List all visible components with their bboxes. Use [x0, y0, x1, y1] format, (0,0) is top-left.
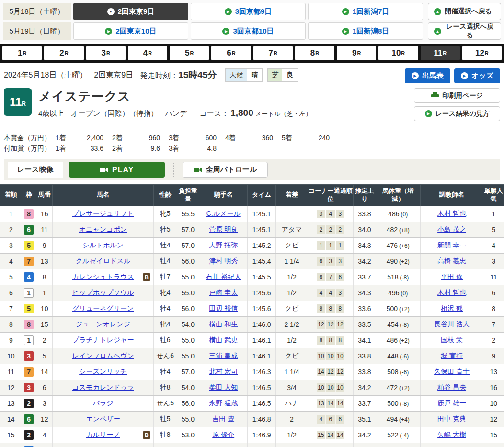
trainer-link[interactable]: 鹿戸 雄一: [437, 399, 466, 407]
venue-button-kyoto10[interactable]: ▶ 3回京都10日: [191, 22, 306, 40]
trainer-cell: 長谷川 浩大: [420, 316, 483, 332]
horse-number-cell: 8: [36, 269, 52, 285]
venue-button-niigata7[interactable]: ▶ 1回新潟7日: [308, 3, 423, 20]
trainer-link[interactable]: 矢嶋 大樹: [437, 431, 466, 438]
horse-name-link[interactable]: クルゼイロドスル: [76, 257, 131, 265]
play-video-button[interactable]: PLAY: [69, 162, 165, 178]
horse-name-link[interactable]: ヒップホップソウル: [72, 289, 134, 296]
frame-cell: 8: [22, 316, 36, 332]
jockey-link[interactable]: 石川 裕紀人: [206, 273, 241, 280]
jockey-link[interactable]: 柴田 大知: [209, 383, 238, 391]
trainer-link[interactable]: 木村 哲也: [437, 210, 466, 217]
horse-name-link[interactable]: グリューネグリーン: [72, 304, 134, 312]
horse-name-link[interactable]: ジューンオレンジ: [76, 320, 130, 328]
corner-position: 15: [317, 431, 325, 439]
race-tab-4r[interactable]: 4R: [128, 46, 167, 60]
race-tab-6r[interactable]: 6R: [211, 46, 251, 60]
trainer-link[interactable]: 小島 茂之: [437, 225, 466, 233]
finish-position-cell: 10: [0, 348, 22, 364]
race-tab-3r[interactable]: 3R: [86, 46, 126, 60]
horse-number-cell: 1: [36, 285, 52, 301]
frame-badge: 3: [24, 383, 34, 392]
race-tab-12r[interactable]: 12R: [462, 46, 502, 60]
horse-name-link[interactable]: カレンシュトラウス: [72, 273, 134, 280]
time-cell: 1:46.1: [248, 332, 276, 348]
venue-button-kyoto9[interactable]: ▶ 3回京都9日: [191, 3, 306, 20]
patrol-video-button[interactable]: 全周パトロール: [183, 162, 268, 178]
horse-name-link[interactable]: オニャンコポン: [79, 225, 127, 233]
jockey-cell: 菅原 明良: [199, 222, 248, 237]
entries-button[interactable]: ▶ 出馬表: [405, 68, 450, 83]
trainer-link[interactable]: 堀 宣行: [441, 352, 463, 359]
trainer-link[interactable]: 田中 克典: [437, 415, 466, 423]
jockey-link[interactable]: 津村 明秀: [209, 257, 238, 265]
body-weight-cell: 486(+2): [376, 332, 420, 348]
back-to-meeting-select-button[interactable]: ▲ 開催選択へ戻る: [428, 3, 501, 20]
trainer-link[interactable]: 相沢 郁: [441, 304, 463, 312]
trainer-link[interactable]: 平田 修: [441, 273, 463, 280]
finish-position-cell: 2: [0, 222, 22, 237]
venue-button-tokyo9[interactable]: ▼ 2回東京9日: [73, 3, 188, 20]
corner-position: 8: [326, 304, 335, 313]
print-page-button[interactable]: 印刷用ページ: [414, 88, 500, 103]
horse-name-link[interactable]: レインフロムヘヴン: [72, 352, 134, 359]
jockey-link[interactable]: 原 優介: [212, 431, 234, 438]
race-tab-7r[interactable]: 7R: [253, 46, 293, 60]
horse-name-link[interactable]: シーズンリッチ: [79, 368, 127, 375]
jockey-link[interactable]: 横山 武史: [209, 336, 238, 344]
horse-name-link[interactable]: プレサージュリフト: [72, 210, 134, 217]
jockey-link[interactable]: 三浦 皇成: [209, 352, 238, 359]
jockey-link[interactable]: 菅原 明良: [209, 225, 238, 233]
body-weight-cell: 518(-8): [376, 269, 420, 285]
race-tab-10r[interactable]: 10R: [378, 46, 418, 60]
time-cell: 1:46.0: [248, 316, 276, 332]
horse-name-link[interactable]: エンペザー: [86, 415, 120, 423]
blinker-badge: B: [143, 431, 150, 439]
jockey-link[interactable]: 大野 拓弥: [209, 241, 238, 249]
race-tab-5r[interactable]: 5R: [170, 46, 209, 60]
horse-name-link[interactable]: バラジ: [93, 399, 114, 407]
jockey-link[interactable]: 戸崎 圭太: [209, 289, 238, 296]
frame-cell: 8: [22, 206, 36, 222]
jockey-link[interactable]: 永野 猛蔵: [209, 399, 238, 407]
trainer-link[interactable]: 木村 哲也: [437, 289, 466, 296]
race-tab-11r[interactable]: 11R: [421, 46, 460, 60]
corner-position: 3: [336, 210, 344, 218]
horse-name-link[interactable]: カルリーノ: [86, 431, 120, 438]
trainer-link[interactable]: 新開 幸一: [437, 241, 466, 249]
trainer-link[interactable]: 久保田 貴士: [434, 368, 470, 375]
corner-position: 1: [317, 241, 325, 250]
trainer-link[interactable]: 高橋 義忠: [437, 257, 466, 265]
prize-pair: 2着9.6: [112, 145, 169, 153]
race-tab-number: 12: [475, 48, 484, 58]
race-tab-1r[interactable]: 1R: [2, 46, 42, 60]
body-weight-cell: 500(-8): [376, 395, 420, 411]
video-camera-icon: [194, 167, 202, 173]
trainer-link[interactable]: 粕谷 昌央: [437, 383, 466, 391]
frame-badge: 3: [24, 351, 34, 361]
jockey-link[interactable]: C.ルメール: [206, 210, 241, 217]
odds-button[interactable]: ▶ オッズ: [454, 68, 500, 83]
horse-number-cell: 5: [36, 348, 52, 364]
corner-position: 6: [317, 273, 325, 281]
jockey-link[interactable]: 北村 宏司: [209, 368, 238, 375]
back-to-race-select-button[interactable]: ▲ レース選択へ戻る: [428, 22, 501, 40]
race-tab-number: 2: [59, 48, 64, 58]
corner-position: 8: [317, 336, 325, 345]
jockey-link[interactable]: 吉田 豊: [212, 415, 234, 423]
horse-name-link[interactable]: シルトホルン: [82, 241, 124, 249]
trainer-link[interactable]: 長谷川 浩大: [434, 320, 470, 328]
results-guide-button[interactable]: ▶ レース結果の見方: [414, 106, 500, 121]
venue-button-tokyo10[interactable]: ▶ 2回東京10日: [73, 22, 188, 40]
horse-name-link[interactable]: コスモカレンドゥラ: [72, 383, 134, 391]
venue-button-niigata8[interactable]: ▶ 1回新潟8日: [308, 22, 423, 40]
trainer-link[interactable]: 国枝 栄: [441, 336, 463, 344]
race-tab-2r[interactable]: 2R: [44, 46, 83, 60]
race-tab-8r[interactable]: 8R: [295, 46, 334, 60]
race-tab-9r[interactable]: 9R: [337, 46, 376, 60]
popularity-cell: 4: [483, 237, 504, 253]
jockey-link[interactable]: 田辺 裕信: [209, 304, 238, 312]
jockey-link[interactable]: 横山 和生: [209, 320, 238, 328]
horse-name-link[interactable]: プラチナトレジャー: [72, 336, 134, 344]
frame-badge: 2: [24, 430, 34, 440]
